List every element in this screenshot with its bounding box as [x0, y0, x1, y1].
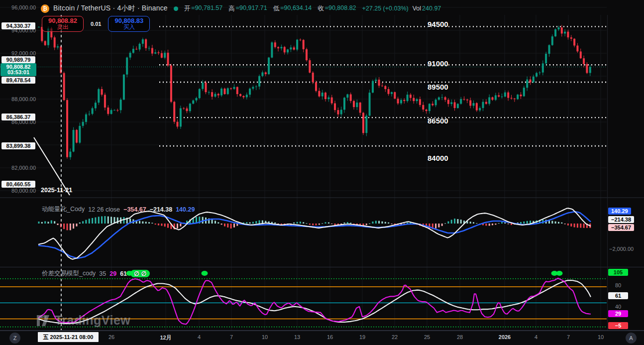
chart-canvas[interactable]	[0, 0, 644, 345]
current-price-label: 90,808.82 03:53:01	[0, 63, 36, 76]
indicator2-d-value: 61	[120, 270, 127, 277]
level-text-label: 84000	[428, 154, 448, 162]
gridlines	[0, 7, 607, 330]
high-value: =90,917.71	[236, 4, 267, 13]
time-axis-tick: 2026	[499, 334, 511, 340]
symbol-title[interactable]: Bitcoin / TetherUS · 4小时 · Binance	[53, 4, 168, 13]
indicator1-dif-value: −214.38	[150, 206, 173, 213]
time-axis-toolbar: Z 五 2025-11-21 08:00 A 2612月471013161922…	[0, 331, 644, 345]
time-axis-tick: 13	[294, 334, 300, 340]
market-status-icon	[174, 6, 178, 11]
tradingview-logo-icon	[37, 314, 52, 327]
time-axis-tick: 7	[567, 334, 570, 340]
price-level-axis-label: 89,478.54	[1, 77, 35, 84]
time-axis-tick: 4	[535, 334, 537, 340]
sell-price: 90,808.82	[48, 17, 77, 24]
bitcoin-icon: ₿	[41, 4, 49, 13]
time-axis-tick: 12月	[160, 334, 171, 342]
price-level-axis-label: 80,460.55	[1, 181, 35, 188]
indicator2-axis-label: 29	[608, 310, 628, 317]
tradingview-watermark: TradingView	[37, 313, 130, 328]
volume-label: Vol	[413, 5, 421, 12]
price-level-axis-label: 86,386.37	[1, 114, 35, 120]
indicator2-axis-label: −5	[608, 322, 628, 329]
indicator2-k-value: 29	[109, 270, 116, 277]
time-axis-tick: 4	[198, 334, 201, 340]
close-label: 收	[318, 4, 324, 13]
level-text-label: 89500	[428, 83, 448, 91]
price-axis-tick: 92,000.00	[0, 50, 36, 56]
indicator2-header: 价差交易模型_cody 35 29 61 ∅ ∅	[42, 269, 150, 278]
indicator2-axis-label: 40	[608, 303, 628, 310]
bar-countdown: 03:53:01	[0, 70, 36, 75]
tradingview-chart-window: ₿ Bitcoin / TetherUS · 4小时 · Binance 开=9…	[0, 0, 644, 345]
indicator1-axis-label: 140.29	[608, 208, 631, 215]
buy-label: 买入	[123, 24, 135, 30]
timezone-button[interactable]: Z	[9, 333, 20, 344]
indicator1-axis-label: −214.38	[608, 216, 634, 223]
time-axis-tick: 26	[108, 334, 114, 340]
price-axis-tick: 82,000.00	[0, 165, 36, 171]
time-axis-tick: 16	[327, 334, 333, 340]
high-label: 高	[228, 4, 235, 13]
indicator1-axis-label: −354.67	[608, 224, 634, 231]
level-text-label: 91000	[428, 59, 448, 68]
candlestick-series	[38, 24, 591, 160]
indicator1-dea-value: 140.29	[176, 206, 195, 213]
chart-header: ₿ Bitcoin / TetherUS · 4小时 · Binance 开=9…	[41, 4, 443, 13]
buy-button[interactable]: 90,808.83 买入	[108, 16, 150, 32]
indicator2-axis-label: 61	[608, 292, 628, 299]
tradingview-watermark-text: TradingView	[55, 313, 130, 328]
indicator2-signal-dots-value: ∅ ∅	[130, 270, 150, 277]
level-text-label: 94500	[428, 20, 448, 28]
price-level-axis-label: 90,989.79	[1, 56, 35, 63]
indicator1-hist-value: −354.67	[123, 206, 146, 213]
indicator1-title[interactable]: 动能量化_Cody	[42, 205, 85, 214]
indicator1-header: 动能量化_Cody 12 26 close −354.67 −214.38 14…	[42, 205, 195, 214]
buy-price: 90,808.83	[115, 17, 144, 24]
panel-separators	[0, 15, 644, 331]
adjust-button[interactable]: A	[626, 333, 637, 344]
indicator2-axis-label: 105	[608, 269, 628, 276]
low-value: =90,634.14	[280, 4, 312, 13]
indicator1-params: 12 26 close	[88, 206, 120, 213]
macd-series	[38, 208, 591, 259]
price-axis-tick: 88,000.00	[0, 96, 36, 102]
price-level-axis-label: 94,330.37	[1, 22, 35, 29]
trade-panel: 90,808.82 卖出 0.01 90,808.83 买入	[42, 16, 150, 32]
indicator1-axis-tick: −2,000.00	[609, 246, 634, 252]
change-value: +27.25 (+0.03%)	[362, 5, 409, 12]
price-axis-tick: 96,000.00	[0, 4, 36, 10]
time-axis-tick: 25	[424, 334, 430, 340]
date-annotation: 2025-11-21	[41, 187, 72, 194]
crosshair-date-label: 五 2025-11-21 08:00	[38, 332, 99, 342]
signal-dots	[126, 271, 563, 276]
volume-value: 240.97	[422, 5, 441, 12]
indicator2-title[interactable]: 价差交易模型_cody	[42, 269, 96, 278]
close-value: =90,808.82	[325, 4, 356, 13]
indicator2-params: 35	[99, 270, 106, 277]
open-value: =90,781.57	[191, 4, 222, 13]
price-level-axis-label: 83,899.38	[1, 142, 35, 149]
low-label: 低	[273, 4, 280, 13]
time-axis-tick: 7	[230, 334, 233, 340]
sell-label: 卖出	[57, 24, 69, 30]
open-label: 开	[184, 4, 191, 13]
level-text-label: 86500	[428, 116, 448, 125]
time-axis-tick: 10	[598, 334, 604, 340]
time-axis-tick: 22	[392, 334, 398, 340]
time-axis-tick: 28	[457, 334, 463, 340]
time-axis-tick: 10	[262, 334, 268, 340]
indicator2-axis-label: 80	[608, 282, 628, 289]
spread-value: 0.01	[91, 21, 101, 27]
price-axis-tick: 80,000.00	[0, 188, 36, 194]
sell-button[interactable]: 90,808.82 卖出	[42, 16, 84, 32]
time-axis-tick: 19	[359, 334, 365, 340]
